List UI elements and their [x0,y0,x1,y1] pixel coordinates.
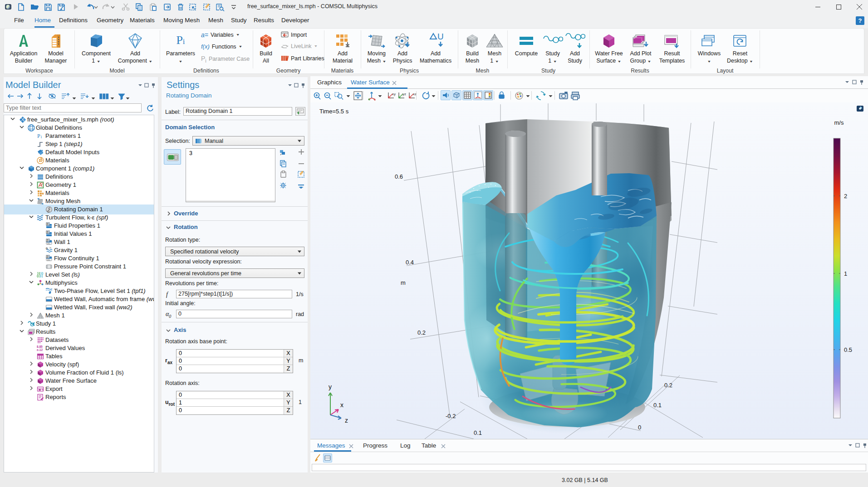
svg-text:yz: yz [402,92,406,96]
svg-text:D: D [47,239,49,242]
svg-text:0: 0 [638,424,641,431]
svg-text:0.2: 0.2 [664,382,672,389]
svg-text:xy: xy [392,92,396,96]
svg-text:0.5: 0.5 [844,346,852,353]
svg-text:0.6: 0.6 [395,173,403,180]
svg-text:8.85: 8.85 [37,345,43,348]
svg-text:0.1: 0.1 [474,429,482,436]
svg-text:P: P [37,133,40,139]
svg-text:i: i [41,135,42,139]
svg-text:2: 2 [844,193,847,200]
svg-text:D: D [47,255,49,258]
svg-text:1: 1 [844,270,847,277]
svg-text:D: D [47,223,49,225]
svg-text:U: U [437,33,444,41]
svg-text:-0.2: -0.2 [446,413,456,419]
svg-text:D: D [46,247,48,250]
svg-text:DC: DC [47,242,51,245]
svg-text:y: y [329,383,332,390]
svg-text:m/s: m/s [834,119,844,126]
svg-text:DC: DC [47,258,51,261]
svg-text:x: x [340,401,343,409]
svg-text:m: m [401,279,406,286]
svg-text:0.1: 0.1 [653,402,662,409]
svg-text:D: D [47,231,49,234]
svg-text:0.4: 0.4 [406,259,414,266]
svg-text:e-12: e-12 [37,348,43,351]
svg-text:0.2: 0.2 [417,329,426,336]
svg-text:z: z [345,417,348,424]
